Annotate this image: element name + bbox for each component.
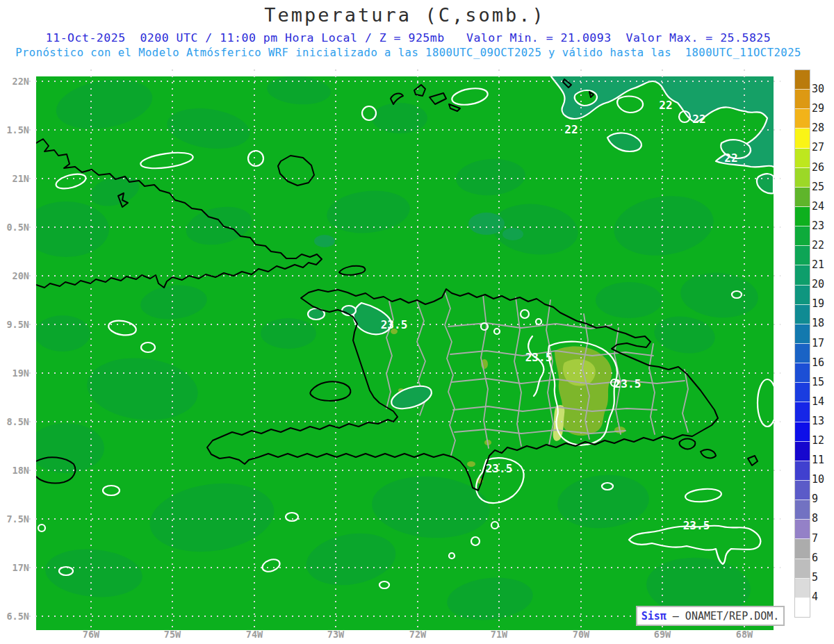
colorbar-tick-label: 15 xyxy=(812,376,834,388)
colorbar-segment xyxy=(795,324,810,344)
colorbar-tick-label: 29 xyxy=(812,102,834,115)
colorbar-segment xyxy=(795,598,810,617)
colorbar-tick-label: 21 xyxy=(812,258,834,271)
colorbar-tick-label: 8 xyxy=(812,512,834,525)
colorbar-segment xyxy=(795,579,810,598)
lon-tick-label: 74W xyxy=(234,628,275,641)
onamet-watermark: Sisπ – ONAMET/REP.DOM. xyxy=(636,606,785,626)
page-title: Temperatura (C,somb.) xyxy=(0,4,810,26)
colorbar-segment xyxy=(795,149,810,168)
colorbar-segment xyxy=(795,246,810,265)
contour-value-label: 22 xyxy=(564,123,578,136)
colorbar-segment xyxy=(795,363,810,383)
colorbar-tick-label: 9 xyxy=(812,493,834,505)
colorbar-segment xyxy=(795,402,810,422)
lat-tick-label: 7.5N xyxy=(0,513,29,525)
lon-tick-label: 69W xyxy=(641,628,683,641)
lat-tick-label: 17N xyxy=(0,561,29,574)
lat-tick-label: 22N xyxy=(0,75,29,88)
colorbar-tick-label: 19 xyxy=(812,297,834,310)
contour-value-label: 23.5 xyxy=(525,351,553,364)
colorbar-tick-label: 18 xyxy=(812,317,834,329)
lon-tick-label: 73W xyxy=(315,628,357,641)
colorbar-tick-label: 16 xyxy=(812,356,834,369)
colorbar-segment xyxy=(795,226,810,246)
colorbar-segment xyxy=(795,168,810,188)
colorbar-tick-label: 13 xyxy=(812,415,834,427)
contour-value-label: 22 xyxy=(692,113,705,126)
colorbar-tick-label: 4 xyxy=(812,591,834,603)
contour-value-label: 23.5 xyxy=(614,377,641,390)
lat-tick-label: 6.5N xyxy=(0,610,29,622)
watermark-text: – ONAMET/REP.DOM. xyxy=(667,610,780,622)
temperature-field xyxy=(23,72,774,630)
lon-tick-label: 75W xyxy=(152,628,193,641)
lat-tick-label: 19N xyxy=(0,367,29,379)
colorbar-segment xyxy=(795,422,810,442)
colorbar-tick-label: 20 xyxy=(812,278,834,290)
colorbar-segment xyxy=(795,70,810,90)
lat-tick-label: 21N xyxy=(0,172,29,185)
colorbar-segment xyxy=(795,188,810,207)
map-canvas: 2222222223.523.523.523.523.5 xyxy=(0,0,834,644)
lat-tick-label: 18N xyxy=(0,464,29,477)
colorbar-segment xyxy=(795,559,810,579)
colorbar-segment xyxy=(795,481,810,500)
colorbar-segment xyxy=(795,129,810,148)
colorbar-segment xyxy=(795,383,810,402)
colorbar-tick-label: 12 xyxy=(812,434,834,447)
colorbar-tick-label: 23 xyxy=(812,220,834,232)
lon-tick-label: 68W xyxy=(723,628,765,641)
colorbar-segment xyxy=(795,344,810,363)
sea-field xyxy=(36,76,774,630)
colorbar-tick-label: 28 xyxy=(812,122,834,134)
subtitle-model: Pronóstico con el Modelo Atmósferico WRF… xyxy=(0,47,817,59)
colorbar-tick-label: 5 xyxy=(812,571,834,584)
colorbar-segment xyxy=(795,500,810,520)
lon-tick-label: 72W xyxy=(397,628,439,641)
colorbar-tick-label: 11 xyxy=(812,454,834,466)
colorbar-tick-label: 6 xyxy=(812,552,834,564)
lon-tick-label: 70W xyxy=(560,628,602,641)
colorbar-tick-label: 14 xyxy=(812,395,834,408)
colorbar-tick-label: 10 xyxy=(812,473,834,486)
contour-value-label: 23.5 xyxy=(486,462,513,475)
colorbar-segment xyxy=(795,305,810,324)
lat-tick-label: 0.5N xyxy=(0,221,29,233)
lon-tick-label: 76W xyxy=(70,628,112,641)
subtitle-datetime: 11-Oct-2025 0200 UTC / 11:00 pm Hora Loc… xyxy=(0,31,817,44)
colorbar-segment xyxy=(795,520,810,539)
colorbar-segment xyxy=(795,207,810,226)
colorbar-segment xyxy=(795,442,810,461)
contour-value-label: 22 xyxy=(724,151,737,165)
colorbar-tick-label: 30 xyxy=(812,83,834,95)
colorbar-tick-label: 22 xyxy=(812,239,834,251)
colorbar-segment xyxy=(795,265,810,285)
colorbar-tick-label: 25 xyxy=(812,181,834,193)
contour-value-label: 23.5 xyxy=(683,519,710,532)
colorbar-tick-label: 17 xyxy=(812,337,834,349)
colorbar-tick-label: 27 xyxy=(812,141,834,154)
colorbar-tick-label: 26 xyxy=(812,161,834,174)
weather-map-page: Temperatura (C,somb.) 11-Oct-2025 0200 U… xyxy=(0,0,834,644)
lat-tick-label: 1.5N xyxy=(0,124,29,136)
colorbar-tick-label: 24 xyxy=(812,200,834,213)
colorbar-segment xyxy=(795,286,810,305)
colorbar-segment xyxy=(795,539,810,559)
colorbar-tick-label: 7 xyxy=(812,532,834,545)
lon-tick-label: 71W xyxy=(478,628,520,641)
contour-value-label: 23.5 xyxy=(381,318,408,331)
lat-tick-label: 20N xyxy=(0,270,29,282)
sispi-logo-text: Sisπ xyxy=(641,610,667,622)
colorbar-segment xyxy=(795,109,810,129)
lat-tick-label: 9.5N xyxy=(0,318,29,331)
colorbar-segment xyxy=(795,461,810,481)
lat-tick-label: 8.5N xyxy=(0,415,29,428)
contour-value-label: 22 xyxy=(659,99,672,112)
colorbar xyxy=(794,69,810,618)
colorbar-segment xyxy=(795,90,810,109)
